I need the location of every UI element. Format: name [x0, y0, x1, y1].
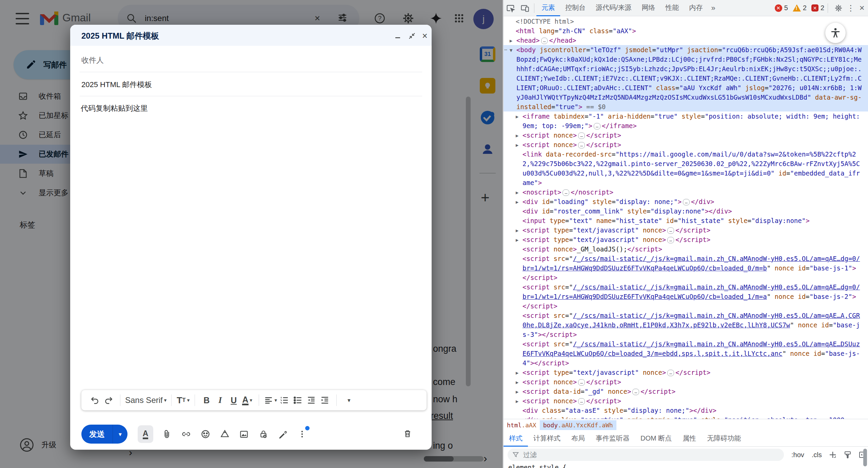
- formatting-toggle-button[interactable]: A: [138, 425, 153, 443]
- bold-button[interactable]: B: [200, 393, 213, 408]
- dom-tree-node[interactable]: <script nonce>_GM_loadJS();</script>: [504, 244, 868, 254]
- discard-draft-icon[interactable]: [399, 425, 416, 442]
- dom-tree-node[interactable]: ⋯▼<body jscontroller="leTOzf" jsmodel="u…: [504, 45, 868, 111]
- undo-icon[interactable]: [88, 393, 102, 408]
- panel-tab-event-listeners[interactable]: 事件监听器: [590, 431, 635, 447]
- devtools-tab-performance[interactable]: 性能: [660, 0, 684, 16]
- more-formatting-icon[interactable]: ▾: [341, 393, 355, 408]
- confidential-mode-icon[interactable]: [254, 425, 273, 443]
- dom-tree-node[interactable]: <div id="roster_comm_link" style="displa…: [504, 206, 868, 216]
- send-options-caret[interactable]: ▼: [113, 431, 127, 437]
- new-style-rule-icon[interactable]: [829, 451, 837, 459]
- panel-tab-accessibility[interactable]: 无障碍功能: [702, 431, 746, 447]
- attach-file-icon[interactable]: [157, 425, 176, 443]
- warning-badge[interactable]: 2: [793, 4, 807, 12]
- styles-filter-input[interactable]: 过滤: [508, 449, 784, 461]
- dom-tree-node[interactable]: <script src="/_/scs/mail-static/_/js/k=g…: [504, 339, 868, 368]
- expand-ellipsis[interactable]: …: [563, 189, 569, 196]
- dom-tree-node[interactable]: ▶<script type="text/javascript" nonce>…<…: [504, 235, 868, 244]
- insert-image-icon[interactable]: [234, 425, 254, 443]
- breadcrumb-html[interactable]: html.aAX: [504, 420, 540, 430]
- dom-tree-node[interactable]: <div aria-live="assertive" aria-atomic="…: [504, 415, 868, 419]
- devtools-tab-console[interactable]: 控制台: [560, 0, 591, 16]
- inspect-element-icon[interactable]: [504, 0, 518, 16]
- panel-tab-styles[interactable]: 样式: [504, 431, 528, 447]
- text-color-button[interactable]: A▾: [240, 393, 254, 408]
- error-badge[interactable]: ✕5: [775, 4, 788, 12]
- panel-tab-computed[interactable]: 计算样式: [528, 431, 566, 447]
- toggle-hover-state-button[interactable]: :hov: [791, 451, 804, 459]
- dom-tree-node[interactable]: <script src="/_/scs/mail-static/_/js/k=g…: [504, 254, 868, 282]
- insert-signature-icon[interactable]: [273, 425, 292, 443]
- close-compose-icon[interactable]: ×: [420, 31, 430, 41]
- styles-scrollbar[interactable]: [863, 449, 867, 466]
- expand-ellipsis[interactable]: …: [667, 237, 674, 243]
- expand-ellipsis[interactable]: …: [632, 389, 639, 395]
- subject-field[interactable]: 2025 HTML 邮件模板: [81, 80, 152, 90]
- panel-tab-dom-breakpoints[interactable]: DOM 断点: [635, 431, 677, 447]
- font-family-select[interactable]: Sans Serif▾: [125, 393, 166, 408]
- issues-badge[interactable]: ✕2: [811, 4, 824, 12]
- expand-ellipsis[interactable]: …: [578, 142, 585, 148]
- align-button[interactable]: ▾: [264, 393, 277, 408]
- dom-tree-node[interactable]: <html lang="zh-CN" class="aAX">: [504, 26, 868, 36]
- device-toolbar-icon[interactable]: [518, 0, 532, 16]
- more-tabs-icon[interactable]: »: [708, 4, 719, 13]
- bulleted-list-icon[interactable]: [291, 393, 304, 408]
- devtools-tab-sources[interactable]: 源代码/来源: [591, 0, 637, 16]
- toggle-class-button[interactable]: .cls: [812, 451, 822, 459]
- expand-ellipsis[interactable]: …: [683, 199, 690, 205]
- expand-ellipsis[interactable]: …: [578, 133, 585, 139]
- accessibility-fab[interactable]: [825, 23, 846, 43]
- devtools-tab-memory[interactable]: 内存: [684, 0, 708, 16]
- redo-icon[interactable]: [102, 393, 115, 408]
- recipients-field[interactable]: 收件人: [81, 55, 104, 65]
- devtools-settings-icon[interactable]: [831, 0, 846, 16]
- dom-tree-node[interactable]: <div class="ata-asE" style="display: non…: [504, 406, 868, 415]
- panel-tab-layout[interactable]: 布局: [566, 431, 590, 447]
- dom-tree-node[interactable]: ▶<head>…</head>: [504, 36, 868, 45]
- dom-tree-node[interactable]: ▶<script type="text/javascript" nonce>…<…: [504, 368, 868, 377]
- devtools-tab-network[interactable]: 网络: [637, 0, 660, 16]
- exit-fullscreen-icon[interactable]: [407, 31, 417, 41]
- insert-drive-icon[interactable]: [215, 425, 234, 443]
- message-body[interactable]: 代码复制粘贴到这里: [81, 103, 148, 114]
- dom-tree-node[interactable]: ▶<noscript>…</noscript>: [504, 187, 868, 197]
- devtools-close-icon[interactable]: ×: [856, 0, 868, 16]
- rendering-brush-icon[interactable]: [844, 451, 852, 459]
- dom-tree-node[interactable]: <script src="/_/scs/mail-static/_/js/k=g…: [504, 311, 868, 339]
- font-size-button[interactable]: TT▾: [176, 393, 190, 408]
- insert-link-icon[interactable]: [176, 425, 196, 443]
- dom-tree-node[interactable]: ▶<script data-id="_gd" nonce>…</script>: [504, 387, 868, 396]
- dom-tree-node[interactable]: ▶<script nonce>…</script>: [504, 396, 868, 406]
- indent-less-icon[interactable]: [304, 393, 318, 408]
- minimize-icon[interactable]: [393, 31, 403, 41]
- devtools-menu-icon[interactable]: ⋮: [846, 0, 856, 16]
- expand-ellipsis[interactable]: …: [667, 227, 674, 234]
- dom-tree-node[interactable]: ▶<script type="text/javascript" nonce>…<…: [504, 225, 868, 235]
- insert-emoji-icon[interactable]: [196, 425, 215, 443]
- numbered-list-icon[interactable]: [277, 393, 291, 408]
- dom-tree-node[interactable]: ▶<iframe tabindex="-1" aria-hidden="true…: [504, 111, 868, 130]
- expand-ellipsis[interactable]: …: [578, 398, 585, 405]
- send-button[interactable]: 发送 ▼: [81, 425, 127, 444]
- expand-ellipsis[interactable]: …: [667, 370, 674, 376]
- dom-tree-node[interactable]: <script src="/_/scs/mail-static/_/js/k=g…: [504, 282, 868, 311]
- underline-button[interactable]: U: [227, 393, 240, 408]
- expand-ellipsis[interactable]: …: [541, 38, 548, 44]
- dom-tree-node[interactable]: ▶<div id="loading" style="display: none;…: [504, 197, 868, 206]
- panel-tab-properties[interactable]: 属性: [677, 431, 702, 447]
- expand-ellipsis[interactable]: …: [578, 379, 585, 386]
- dom-tree-node[interactable]: ▶<script nonce>…</script>: [504, 140, 868, 149]
- dom-tree-node[interactable]: ▶<script nonce>…</script>: [504, 130, 868, 140]
- dom-tree-node[interactable]: <link data-recorded-src="https://mail.go…: [504, 149, 868, 187]
- devtools-tab-elements[interactable]: 元素: [536, 0, 560, 16]
- expand-ellipsis[interactable]: …: [594, 123, 600, 129]
- indent-more-icon[interactable]: [318, 393, 332, 408]
- dom-tree-node[interactable]: <input type="text" name="hist_state" id=…: [504, 216, 868, 225]
- dom-tree-node[interactable]: <!DOCTYPE html>: [504, 17, 868, 26]
- italic-button[interactable]: I: [213, 393, 227, 408]
- breadcrumb-body[interactable]: body.aAU.YxcKdf.aWh: [540, 420, 616, 430]
- more-options-icon[interactable]: [292, 425, 312, 443]
- dom-tree-node[interactable]: ▶<script nonce>…</script>: [504, 377, 868, 387]
